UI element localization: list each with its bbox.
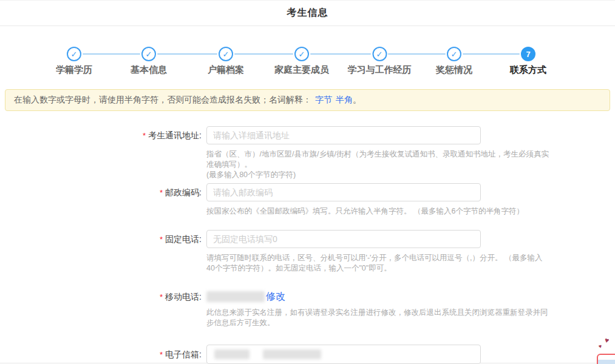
step-xueji-xueli[interactable]: ✓ 学籍学历 — [56, 47, 92, 76]
heart-icon: ♥ — [604, 336, 610, 344]
address-helper-line2: (最多输入80个字节的字符) — [206, 170, 550, 180]
check-icon: ✓ — [294, 47, 309, 61]
redacted-email-part — [214, 349, 250, 359]
floating-service-widget[interactable]: ♥ ♥ — [587, 335, 615, 364]
required-marker: * — [160, 188, 163, 197]
required-marker: * — [160, 350, 163, 359]
step-jiangcheng-qingkuang[interactable]: ✓ 奖惩情况 — [436, 47, 472, 76]
step-label: 基本信息 — [131, 64, 167, 76]
step-label: 户籍档案 — [208, 64, 244, 76]
notice-suffix: 。 — [353, 95, 361, 106]
required-marker: * — [143, 131, 146, 140]
label-text: 固定电话: — [165, 234, 202, 244]
glossary-link-halfwidth[interactable]: 半角 — [336, 95, 353, 106]
notice-text: 在输入数字或字母时，请使用半角字符，否则可能会造成报名失败；名词解释： — [14, 95, 311, 106]
step-huji-dangan[interactable]: ✓ 户籍档案 — [208, 47, 244, 76]
mascot-box-icon — [597, 354, 615, 364]
step-lianxi-fangshi-current[interactable]: 7 联系方式 — [510, 47, 546, 76]
heart-icon: ♥ — [598, 343, 602, 349]
field-label-postcode: *邮政编码: — [0, 183, 202, 217]
step-label: 学习与工作经历 — [348, 64, 412, 76]
label-text: 考生通讯地址: — [148, 130, 202, 140]
step-label: 奖惩情况 — [436, 64, 472, 76]
check-icon: ✓ — [219, 47, 233, 61]
candidate-info-page: 考生信息 ✓ 学籍学历 ✓ 基本信息 ✓ 户籍档案 ✓ 家庭主要成员 ✓ 学习与… — [0, 0, 615, 364]
email-input[interactable] — [206, 345, 481, 364]
form-row-address: *考生通讯地址: 指省（区、市）/地市区盟/县市旗/乡镇/街村（为考生接收复试通… — [0, 126, 550, 180]
progress-stepper: ✓ 学籍学历 ✓ 基本信息 ✓ 户籍档案 ✓ 家庭主要成员 ✓ 学习与工作经历 … — [0, 26, 615, 88]
field-label-address: *考生通讯地址: — [0, 126, 202, 180]
address-helper-line1: 指省（区、市）/地市区盟/县市旗/乡镇/街村（为考生接收复试通知书、录取通知书地… — [206, 149, 550, 170]
step-jiben-xinxi[interactable]: ✓ 基本信息 — [131, 47, 167, 76]
postcode-helper: 按国家公布的《全国邮政编码》填写。只允许输入半角字符。 （最多输入6个字节的半角… — [206, 206, 524, 217]
label-text: 移动电话: — [165, 292, 202, 302]
label-text: 电子信箱: — [165, 349, 202, 359]
halfwidth-notice-banner: 在输入数字或字母时，请使用半角字符，否则可能会造成报名失败；名词解释： 字节 半… — [5, 89, 610, 111]
modify-mobile-link[interactable]: 修改 — [266, 291, 285, 303]
page-title: 考生信息 — [287, 7, 328, 19]
step-label: 家庭主要成员 — [274, 64, 329, 76]
page-header: 考生信息 — [0, 1, 615, 26]
required-marker: * — [160, 235, 163, 244]
redacted-email-part — [263, 349, 321, 359]
step-number-badge: 7 — [521, 47, 535, 61]
form-row-email: *电子信箱: — [0, 345, 481, 364]
label-text: 邮政编码: — [165, 187, 202, 197]
step-xuexi-gongzuo[interactable]: ✓ 学习与工作经历 — [348, 47, 412, 76]
check-icon: ✓ — [67, 47, 81, 61]
step-jiating-chengyuan[interactable]: ✓ 家庭主要成员 — [274, 47, 329, 76]
check-icon: ✓ — [372, 47, 387, 61]
address-input[interactable] — [206, 126, 481, 144]
field-label-mobile: *移动电话: — [0, 291, 202, 328]
postcode-input[interactable] — [206, 183, 481, 201]
required-marker: * — [160, 292, 163, 302]
form-row-postcode: *邮政编码: 按国家公布的《全国邮政编码》填写。只允许输入半角字符。 （最多输入… — [0, 183, 524, 217]
field-label-landline: *固定电话: — [0, 230, 202, 274]
field-label-email: *电子信箱: — [0, 345, 202, 364]
form-row-mobile: *移动电话: 修改 此信息来源于实名注册，如有误请登录实名注册进行修改，修改后退… — [0, 291, 550, 328]
redacted-mobile-number — [206, 291, 265, 302]
check-icon: ✓ — [447, 47, 461, 61]
form-row-landline: *固定电话: 请填写可随时联系的电话，区号、分机号可以用'-'分开，多个电话可以… — [0, 230, 550, 274]
mobile-helper: 此信息来源于实名注册，如有误请登录实名注册进行修改，修改后退出系统且关闭浏览器重… — [206, 308, 550, 328]
check-icon: ✓ — [141, 47, 156, 61]
landline-helper: 请填写可随时联系的电话，区号、分机号可以用'-'分开，多个电话可以用逗号（,）分… — [206, 253, 550, 274]
step-label: 联系方式 — [510, 64, 546, 76]
glossary-link-byte[interactable]: 字节 — [315, 95, 332, 106]
landline-input[interactable] — [206, 230, 481, 248]
step-label: 学籍学历 — [56, 64, 92, 76]
